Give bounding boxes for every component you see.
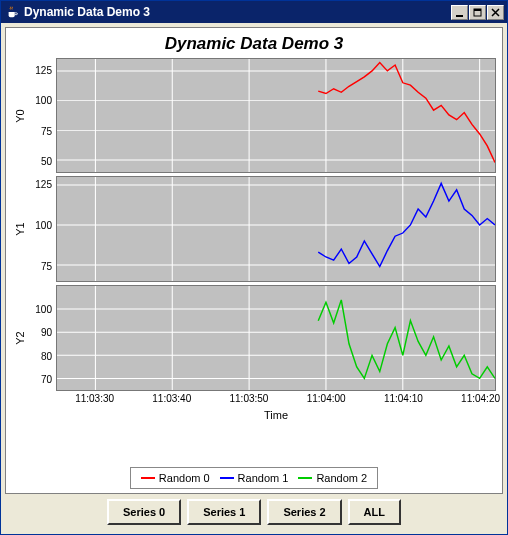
all-button[interactable]: ALL (348, 499, 401, 525)
plot-area[interactable] (56, 285, 496, 391)
legend-swatch (220, 477, 234, 479)
x-tick: 11:03:40 (152, 393, 191, 404)
series-line (318, 300, 495, 379)
legend-item: Random 0 (141, 472, 210, 484)
y-tick: 100 (35, 95, 52, 106)
y-tick: 125 (35, 65, 52, 76)
x-tick: 11:04:10 (384, 393, 423, 404)
y-ticks: 5075100125 (28, 58, 56, 173)
series-1-button[interactable]: Series 1 (187, 499, 261, 525)
svg-rect-2 (474, 9, 481, 11)
y-tick: 90 (41, 327, 52, 338)
chart-title: Dynamic Data Demo 3 (12, 34, 496, 54)
legend-swatch (298, 477, 312, 479)
x-ticks: 11:03:3011:03:4011:03:5011:04:0011:04:10… (56, 391, 496, 421)
legend-label: Random 1 (238, 472, 289, 484)
plot-area[interactable] (56, 58, 496, 173)
maximize-button[interactable] (469, 5, 486, 20)
svg-rect-0 (456, 15, 463, 17)
window-title: Dynamic Data Demo 3 (24, 5, 451, 19)
y-axis-label-text: Y2 (14, 331, 26, 344)
y-ticks: 708090100 (28, 285, 56, 391)
button-row: Series 0Series 1Series 2ALL (5, 494, 503, 530)
plots-container: Y05075100125Y175100125Y270809010011:03:3… (12, 58, 496, 463)
plot-area[interactable] (56, 176, 496, 282)
app-window: Dynamic Data Demo 3 Dynamic Data Demo 3 … (0, 0, 508, 535)
window-buttons (451, 5, 504, 20)
plot-row-0: Y05075100125 (12, 58, 496, 173)
y-axis-label-text: Y0 (14, 109, 26, 122)
x-axis-label: Time (264, 409, 288, 421)
legend-item: Random 2 (298, 472, 367, 484)
legend: Random 0Random 1Random 2 (130, 467, 378, 489)
y-ticks: 75100125 (28, 176, 56, 282)
series-2-button[interactable]: Series 2 (267, 499, 341, 525)
y-tick: 75 (41, 260, 52, 271)
y-axis-label: Y1 (12, 176, 28, 282)
y-axis-label: Y2 (12, 285, 28, 391)
chart-panel: Dynamic Data Demo 3 Y05075100125Y1751001… (5, 27, 503, 494)
legend-label: Random 2 (316, 472, 367, 484)
y-tick: 70 (41, 374, 52, 385)
x-tick: 11:04:00 (307, 393, 346, 404)
titlebar: Dynamic Data Demo 3 (1, 1, 507, 23)
y-axis-label: Y0 (12, 58, 28, 173)
y-tick: 75 (41, 125, 52, 136)
x-tick: 11:03:50 (230, 393, 269, 404)
legend-label: Random 0 (159, 472, 210, 484)
x-axis: 11:03:3011:03:4011:03:5011:04:0011:04:10… (12, 391, 496, 421)
x-tick: 11:04:20 (461, 393, 500, 404)
x-tick: 11:03:30 (75, 393, 114, 404)
y-tick: 100 (35, 303, 52, 314)
plot-row-2: Y2708090100 (12, 285, 496, 391)
series-0-button[interactable]: Series 0 (107, 499, 181, 525)
y-tick: 125 (35, 179, 52, 190)
close-button[interactable] (487, 5, 504, 20)
y-tick: 80 (41, 350, 52, 361)
y-tick: 50 (41, 155, 52, 166)
minimize-button[interactable] (451, 5, 468, 20)
plot-row-1: Y175100125 (12, 176, 496, 282)
legend-item: Random 1 (220, 472, 289, 484)
content: Dynamic Data Demo 3 Y05075100125Y1751001… (1, 23, 507, 534)
java-coffee-icon (6, 5, 20, 19)
legend-swatch (141, 477, 155, 479)
y-axis-label-text: Y1 (14, 222, 26, 235)
series-line (318, 63, 495, 163)
y-tick: 100 (35, 219, 52, 230)
